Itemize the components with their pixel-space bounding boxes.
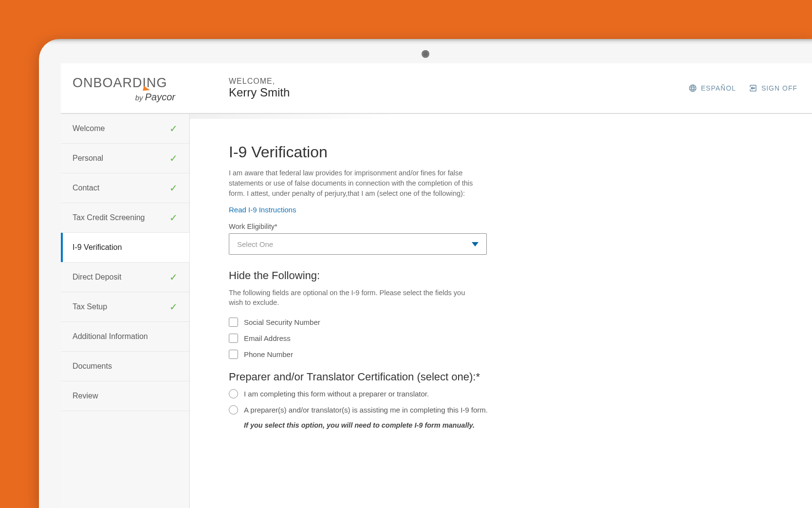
page-title: I-9 Verification [229, 143, 773, 161]
logo-by: by [135, 94, 143, 102]
checkbox-phone[interactable] [229, 350, 238, 359]
checkbox-email[interactable] [229, 334, 238, 343]
sidebar-item-direct-deposit[interactable]: Direct Deposit ✓ [61, 263, 189, 292]
intro-text: I am aware that federal law provides for… [229, 168, 487, 199]
sidebar-item-i9[interactable]: I-9 Verification [61, 233, 189, 263]
welcome-label: WELCOME, [229, 77, 688, 86]
preparer-section-title: Preparer and/or Translator Certification… [229, 371, 773, 383]
top-bar: ONBOARDING by Paycor WELCOME, Kerry Smit… [61, 63, 812, 114]
chevron-down-icon [472, 242, 479, 246]
sidebar-item-welcome[interactable]: Welcome ✓ [61, 114, 189, 144]
sidebar-item-label: Contact [73, 184, 99, 192]
check-icon: ✓ [169, 123, 178, 134]
sidebar-item-label: Welcome [73, 124, 105, 133]
read-instructions-link[interactable]: Read I-9 Instructions [229, 206, 296, 214]
check-icon: ✓ [169, 182, 178, 194]
check-icon: ✓ [169, 152, 178, 164]
work-eligibility-label: Work Eligibility* [229, 223, 773, 230]
sidebar-item-label: Personal [73, 154, 103, 163]
hide-section-subtext: The following fields are optional on the… [229, 288, 472, 308]
sidebar-item-tax-credit[interactable]: Tax Credit Screening ✓ [61, 203, 189, 233]
shadow-decor [190, 114, 394, 119]
camera-dot [422, 50, 429, 58]
select-placeholder: Select One [237, 240, 273, 248]
topbar-actions: ESPAÑOL SIGN OFF [688, 84, 812, 93]
preparer-note: If you select this option, you will need… [244, 421, 773, 429]
checkbox-ssn[interactable] [229, 318, 238, 327]
radio-no-preparer[interactable] [229, 389, 238, 398]
sidebar-item-additional-info[interactable]: Additional Information [61, 322, 189, 352]
signoff-icon [749, 84, 757, 93]
logo-title: ONBOARDING [73, 75, 190, 91]
sidebar-item-label: Review [73, 392, 98, 400]
sidebar-item-label: Documents [73, 362, 112, 371]
language-link[interactable]: ESPAÑOL [688, 84, 736, 93]
sidebar-item-label: Direct Deposit [73, 273, 121, 282]
sidebar: Welcome ✓ Personal ✓ Contact ✓ Tax Credi… [61, 114, 190, 508]
sidebar-item-tax-setup[interactable]: Tax Setup ✓ [61, 292, 189, 322]
checkbox-row-email: Email Address [229, 334, 773, 343]
check-icon: ✓ [169, 212, 178, 224]
check-icon: ✓ [169, 271, 178, 283]
brand-name: Paycor [145, 92, 175, 103]
tablet-frame: ONBOARDING by Paycor WELCOME, Kerry Smit… [39, 39, 812, 508]
radio-row-with-preparer: A preparer(s) and/or translator(s) is as… [229, 405, 773, 414]
checkbox-row-phone: Phone Number [229, 350, 773, 359]
radio-label: A preparer(s) and/or translator(s) is as… [244, 406, 488, 414]
sidebar-item-review[interactable]: Review [61, 381, 189, 411]
checkbox-label: Email Address [244, 334, 291, 342]
globe-icon [688, 84, 697, 93]
language-label: ESPAÑOL [701, 84, 736, 92]
logo-block: ONBOARDING by Paycor [61, 66, 190, 111]
welcome-block: WELCOME, Kerry Smith [190, 77, 688, 99]
sidebar-item-label: Additional Information [73, 332, 148, 341]
signoff-label: SIGN OFF [761, 84, 797, 92]
app-screen: ONBOARDING by Paycor WELCOME, Kerry Smit… [61, 63, 812, 508]
radio-row-no-preparer: I am completing this form without a prep… [229, 389, 773, 398]
radio-label: I am completing this form without a prep… [244, 390, 429, 398]
welcome-user-name: Kerry Smith [229, 86, 688, 99]
sidebar-item-label: I-9 Verification [73, 243, 122, 252]
checkbox-label: Social Security Number [244, 318, 320, 326]
logo-subtitle: by Paycor [73, 92, 190, 103]
body-row: Welcome ✓ Personal ✓ Contact ✓ Tax Credi… [61, 114, 812, 508]
checkbox-row-ssn: Social Security Number [229, 318, 773, 327]
work-eligibility-select[interactable]: Select One [229, 233, 487, 255]
sidebar-item-documents[interactable]: Documents [61, 352, 189, 381]
main-content: I-9 Verification I am aware that federal… [190, 114, 812, 508]
radio-with-preparer[interactable] [229, 405, 238, 414]
hide-section-title: Hide the Following: [229, 269, 773, 282]
sidebar-item-personal[interactable]: Personal ✓ [61, 144, 189, 173]
checkbox-label: Phone Number [244, 350, 293, 358]
check-icon: ✓ [169, 301, 178, 313]
sidebar-item-label: Tax Credit Screening [73, 213, 145, 222]
signoff-link[interactable]: SIGN OFF [749, 84, 797, 93]
sidebar-item-contact[interactable]: Contact ✓ [61, 173, 189, 203]
sidebar-item-label: Tax Setup [73, 302, 107, 311]
